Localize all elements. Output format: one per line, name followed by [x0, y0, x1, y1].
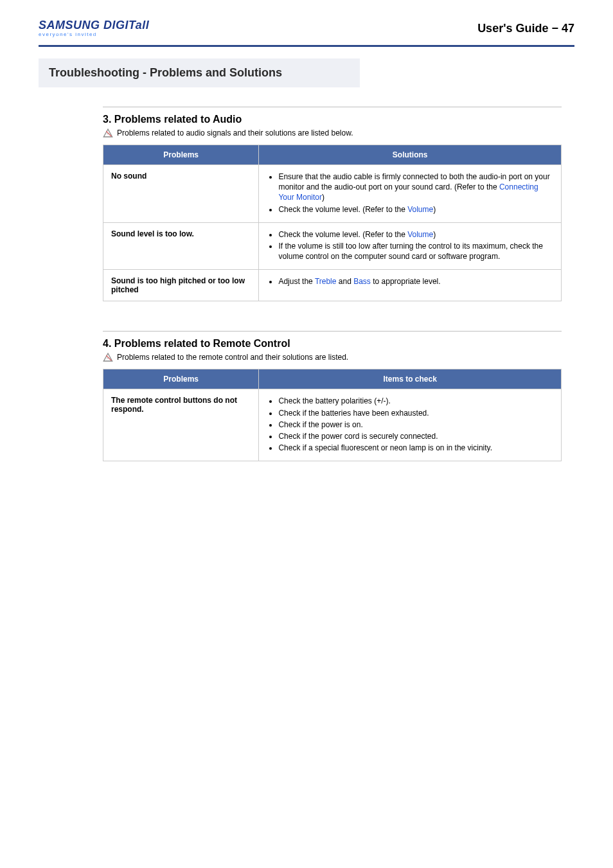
solution-cell: Check the battery polarities (+/-).Check…: [259, 389, 562, 461]
solution-item: Check the battery polarities (+/-).: [278, 396, 553, 406]
page-number: 47: [562, 22, 574, 35]
solution-item: Check if the batteries have been exhaust…: [278, 408, 553, 418]
table-row: No soundEnsure that the audio cable is f…: [103, 165, 562, 223]
solution-item: Ensure that the audio cable is firmly co…: [278, 172, 553, 203]
doc-link[interactable]: Volume: [407, 205, 433, 214]
content: 3. Problems related to AudioProblems rel…: [103, 107, 562, 461]
col-header-solutions: Items to check: [259, 369, 562, 389]
problem-cell: Sound level is too low.: [103, 222, 259, 270]
table-row: Sound level is too low.Check the volume …: [103, 222, 562, 270]
title-band-text: Troubleshooting - Problems and Solutions: [49, 66, 282, 79]
problem-cell: The remote control buttons do not respon…: [103, 389, 259, 461]
section-intro-text: Problems related to audio signals and th…: [117, 128, 353, 137]
doc-link[interactable]: Bass: [353, 277, 371, 286]
solution-cell: Ensure that the audio cable is firmly co…: [259, 165, 562, 223]
col-header-solutions: Solutions: [259, 145, 562, 165]
note-icon: [103, 128, 113, 138]
guide-title: User's Guide − 47: [477, 22, 574, 35]
section-intro: Problems related to audio signals and th…: [103, 128, 562, 138]
solution-item: Check the volume level. (Refer to the Vo…: [278, 229, 553, 240]
solution-item: Check the volume level. (Refer to the Vo…: [278, 204, 553, 215]
table-row: The remote control buttons do not respon…: [103, 389, 562, 461]
col-header-problems: Problems: [103, 369, 259, 389]
solution-cell: Check the volume level. (Refer to the Vo…: [259, 222, 562, 270]
section-intro-text: Problems related to the remote control a…: [117, 353, 348, 362]
solution-cell: Adjust the Treble and Bass to appropriat…: [259, 270, 562, 301]
problems-table: ProblemsSolutionsNo soundEnsure that the…: [103, 145, 562, 301]
solution-item: Check if the power cord is securely conn…: [278, 431, 553, 441]
doc-link[interactable]: Treble: [315, 277, 337, 286]
section-heading: 4. Problems related to Remote Control: [103, 338, 562, 350]
title-band: Troubleshooting - Problems and Solutions: [39, 58, 360, 87]
problems-table: ProblemsItems to checkThe remote control…: [103, 369, 562, 461]
problem-cell: Sound is too high pitched or too low pit…: [103, 270, 259, 301]
header: SAMSUNG DIGITall everyone's invited User…: [39, 19, 574, 42]
page-sep: −: [548, 22, 562, 35]
header-rule: [39, 45, 574, 47]
section-separator: [103, 107, 562, 107]
logo-top: SAMSUNG DIGITall: [39, 19, 149, 31]
col-header-problems: Problems: [103, 145, 259, 165]
solution-item: If the volume is still too low after tur…: [278, 241, 553, 261]
section-gap: [103, 301, 562, 319]
doc-link[interactable]: Volume: [407, 230, 433, 239]
section-separator: [103, 331, 562, 332]
note-icon: [103, 352, 113, 362]
solution-item: Check if a special fluorescent or neon l…: [278, 443, 553, 453]
guide-label: User's Guide: [477, 22, 548, 35]
section-intro: Problems related to the remote control a…: [103, 352, 562, 362]
logo-bottom: everyone's invited: [39, 32, 149, 37]
page: SAMSUNG DIGITall everyone's invited User…: [0, 0, 613, 487]
doc-link[interactable]: Connecting Your Monitor: [278, 182, 538, 202]
logo: SAMSUNG DIGITall everyone's invited: [39, 19, 149, 37]
section-heading: 3. Problems related to Audio: [103, 114, 562, 125]
problem-cell: No sound: [103, 165, 259, 223]
table-row: Sound is too high pitched or too low pit…: [103, 270, 562, 301]
solution-item: Adjust the Treble and Bass to appropriat…: [278, 276, 553, 287]
solution-item: Check if the power is on.: [278, 420, 553, 430]
